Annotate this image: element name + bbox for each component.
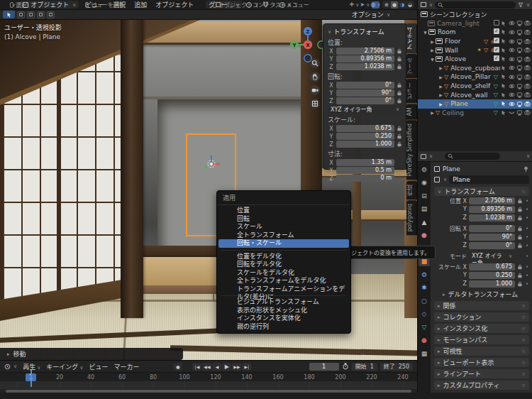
section-line-art[interactable]: ▸ラインアート≡: [434, 369, 529, 378]
lock-icon[interactable]: [396, 64, 402, 70]
expand-arrow-icon[interactable]: ▶: [438, 102, 444, 106]
render-visibility-icon[interactable]: [523, 109, 531, 116]
selectable-icon[interactable]: [500, 47, 507, 54]
selectable-icon[interactable]: [500, 38, 507, 45]
zoom-view-button[interactable]: [310, 58, 320, 68]
lock-icon[interactable]: [517, 243, 523, 248]
npanel-tab-polygoniq[interactable]: polygoniq: [406, 200, 417, 235]
outliner-row-camera-light[interactable]: Camera_light: [418, 19, 532, 28]
viewport-display-icon[interactable]: [516, 28, 523, 35]
expand-arrow-icon[interactable]: ▶: [429, 110, 436, 115]
expand-arrow-icon[interactable]: ▼: [429, 57, 436, 62]
timeline-track[interactable]: [0, 381, 417, 389]
prop-rotation-x[interactable]: 0°: [469, 225, 515, 232]
rotation-y-field[interactable]: 90°: [336, 89, 394, 97]
lock-icon[interactable]: [396, 126, 402, 131]
outliner-row-alcove-shelf[interactable]: ▶ ▽ Alcove_shelf ▽: [418, 82, 532, 91]
animate-dot[interactable]: •: [525, 273, 529, 278]
prop-scale-x[interactable]: 0.675: [469, 263, 515, 270]
constraints-tab-icon[interactable]: ◇: [419, 310, 430, 319]
rotation-mode-dropdown[interactable]: XYZ オイラー角∨: [469, 253, 515, 260]
section-viewport-display[interactable]: ▸ビューポート表示≡: [434, 358, 529, 367]
render-visibility-icon[interactable]: [523, 28, 531, 35]
lock-icon[interactable]: [396, 90, 402, 96]
collection-checkbox[interactable]: ✓: [494, 38, 499, 43]
menu-item-visual-geometry-to-mesh[interactable]: 表示の形状をメッシュ化: [218, 307, 349, 315]
lock-icon[interactable]: [396, 98, 402, 104]
expand-arrow-icon[interactable]: ▶: [429, 39, 436, 44]
options-dropdown[interactable]: オプション∨: [352, 10, 390, 19]
npanel-tab-item[interactable]: アイテム: [406, 23, 417, 53]
jump-to-end-button[interactable]: ▶|: [242, 363, 251, 371]
menu-item-make-instances-real[interactable]: インスタンスを実体化: [218, 315, 349, 323]
render-visibility-icon[interactable]: [523, 20, 531, 27]
section-delta-transform[interactable]: ▸デルタトランスフォーム: [434, 290, 529, 299]
menu-item-parent-inverse[interactable]: 親の逆行列: [218, 323, 349, 332]
outliner-row-alcove-cupboard[interactable]: ▶ ▽ Alcove_cupboard: [418, 64, 532, 73]
selectable-icon[interactable]: [500, 109, 507, 116]
render-visibility-icon[interactable]: [523, 82, 531, 89]
render-tab-icon[interactable]: ◉: [419, 178, 430, 187]
menu-item-scale[interactable]: スケール: [218, 223, 349, 231]
operator-redo-panel[interactable]: ▸ 移動: [0, 348, 183, 360]
current-frame-field[interactable]: 1: [309, 363, 339, 371]
expand-arrow-icon[interactable]: ▶: [429, 48, 436, 53]
menu-item-visual-transform[interactable]: ビジュアルトランスフォーム: [218, 298, 349, 307]
render-visibility-icon[interactable]: [523, 38, 531, 45]
render-visibility-icon[interactable]: [523, 47, 531, 54]
properties-editor-type-button[interactable]: ∨: [421, 153, 433, 159]
selectable-icon[interactable]: [500, 28, 507, 35]
object-name-field[interactable]: Plane: [449, 175, 529, 184]
viewport-3d-scene[interactable]: Z Y X ユーザー・透視投影 (1) Alcove | Plane ▸ 移動 …: [0, 20, 417, 360]
select-mode-subtract-button[interactable]: [37, 11, 45, 18]
menu-item-all-transforms[interactable]: 全トランスフォーム: [218, 231, 349, 240]
menu-item-anim-transform-to-deltas[interactable]: トランスフォームアニメーションをデルタ(差分)に: [218, 285, 349, 294]
lock-icon[interactable]: [517, 226, 523, 231]
frame-end-field[interactable]: 終了250: [380, 363, 413, 371]
viewport-display-icon[interactable]: [516, 38, 523, 45]
prop-rotation-z[interactable]: 0°: [469, 242, 515, 249]
jump-to-start-button[interactable]: |◀: [192, 363, 201, 371]
selectable-icon[interactable]: [500, 100, 507, 107]
outliner-row-wall[interactable]: ▶ Wall ✶ ▽8 ✓: [418, 45, 532, 55]
visibility-eye-icon[interactable]: [508, 47, 515, 54]
physics-tab-icon[interactable]: ○: [419, 296, 430, 305]
material-tab-icon[interactable]: ●: [419, 336, 430, 345]
menu-item-location[interactable]: 位置: [218, 207, 349, 215]
visibility-eye-icon[interactable]: [508, 38, 515, 45]
rotation-z-field[interactable]: 0°: [336, 97, 394, 104]
viewport-display-icon[interactable]: [516, 47, 523, 54]
visibility-eye-icon[interactable]: [508, 28, 515, 35]
location-x-field[interactable]: 2.7506 m: [336, 48, 394, 55]
selectable-icon[interactable]: [500, 20, 507, 27]
prop-scale-z[interactable]: 1.000: [469, 280, 515, 288]
npanel-tab-create[interactable]: 作成: [406, 181, 417, 200]
show-overlays-button[interactable]: ◎∨: [372, 1, 379, 9]
prop-location-y[interactable]: 0.89356 m: [469, 206, 515, 213]
playhead[interactable]: [31, 370, 32, 387]
selectable-icon[interactable]: [500, 73, 507, 80]
scene-tab-icon[interactable]: ▲: [419, 217, 430, 226]
prop-rotation-y[interactable]: 90°: [469, 234, 515, 241]
properties-search-input[interactable]: [445, 153, 500, 160]
npanel-tab-view[interactable]: ビュー: [406, 79, 417, 103]
menu-item-scale-to-deltas[interactable]: スケールをデルタ化: [218, 269, 349, 278]
visibility-eye-closed-icon[interactable]: [508, 109, 515, 116]
texture-tab-icon[interactable]: ▦: [419, 349, 430, 358]
visibility-eye-icon[interactable]: [508, 55, 515, 62]
lock-icon[interactable]: [517, 207, 523, 212]
selectable-icon[interactable]: [500, 92, 507, 99]
previous-keyframe-button[interactable]: ◀◀: [202, 363, 211, 371]
menu-add[interactable]: 追加: [132, 0, 149, 9]
expand-arrow-icon[interactable]: ▶: [438, 65, 444, 70]
rendered-shading-button[interactable]: ◒: [406, 1, 414, 9]
collection-checkbox[interactable]: ✓: [494, 28, 499, 34]
select-mode-extend-button[interactable]: [27, 11, 35, 18]
scale-x-field[interactable]: 0.675: [336, 125, 394, 132]
section-instancing[interactable]: ▸インスタンス化≡: [434, 324, 529, 333]
viewport-display-icon[interactable]: [516, 73, 523, 80]
lock-icon[interactable]: [396, 82, 402, 88]
outliner-row-plane-selected[interactable]: ▶ ▽ Plane ▽: [418, 99, 532, 109]
menu-item-rotation-to-deltas[interactable]: 回転をデルタ化: [218, 261, 349, 269]
camera-view-button[interactable]: [310, 85, 320, 95]
